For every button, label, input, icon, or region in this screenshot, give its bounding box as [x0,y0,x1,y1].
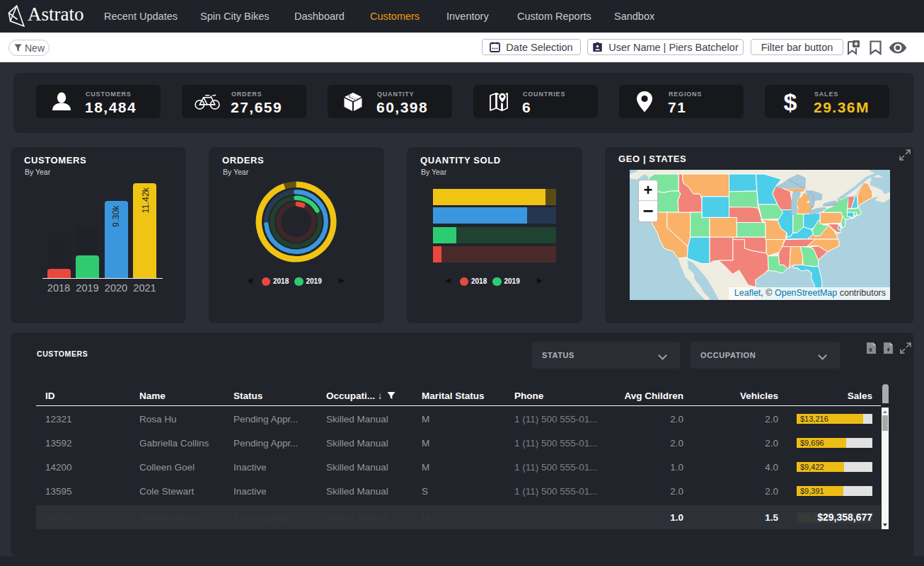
svg-text:x: x [869,346,872,353]
